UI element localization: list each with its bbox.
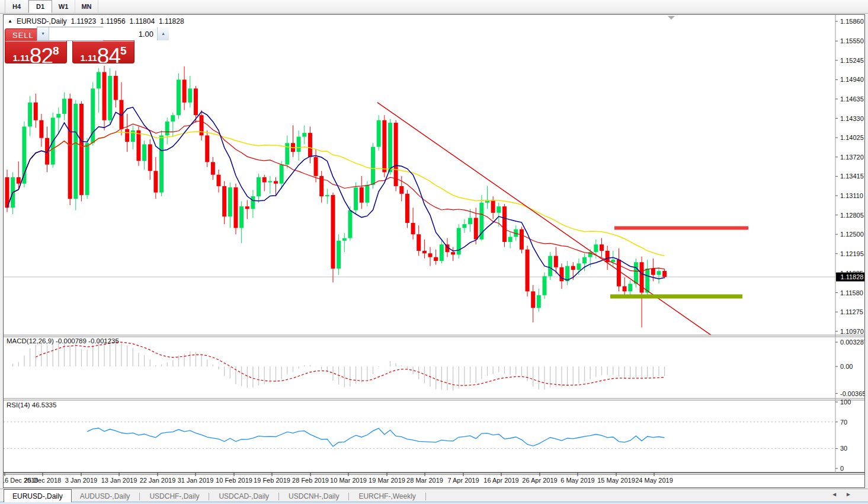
date-axis-label: 28 Mar 2019 <box>406 477 443 484</box>
date-axis-label: 19 Feb 2019 <box>254 477 290 484</box>
price-axis-label: 1.12805 <box>840 212 864 219</box>
sell-price: 1.11828 <box>5 42 66 63</box>
volume-increment-button[interactable]: ▲ <box>158 27 169 40</box>
tab-divider <box>278 493 279 500</box>
sell-price-sup: 8 <box>53 45 59 56</box>
price-axis-label: 1.13720 <box>840 154 864 161</box>
status-strip <box>0 502 868 504</box>
chart-tab-bar: EURUSD-,Daily AUDUSD-,Daily USDCHF-,Dail… <box>0 489 868 502</box>
tab-divider <box>209 493 209 500</box>
tab-divider <box>348 493 349 500</box>
volume-decrement-button[interactable]: ▼ <box>37 27 49 40</box>
ohlc-low: 1.11804 <box>130 17 155 25</box>
date-axis-label: 24 May 2019 <box>635 477 673 484</box>
macd-axis-label: 0.00 <box>840 363 853 370</box>
tab-eurchf-weekly[interactable]: EURCHF-,Weekly <box>350 490 424 502</box>
sell-price-prefix: 1.11 <box>12 53 29 62</box>
volume-input[interactable] <box>49 27 158 40</box>
timeframe-button-h4[interactable]: H4 <box>5 0 28 13</box>
price-axis-label: 1.14330 <box>840 115 864 122</box>
rsi-label: RSI(14) 46.5335 <box>7 401 56 409</box>
macd-label: MACD(12,26,9) -0.000789 -0.001235 <box>7 337 119 344</box>
chart-title-bar: ▲ EURUSD-,Daily 1.11923 1.11956 1.11804 … <box>8 17 184 25</box>
chart-background <box>4 15 864 487</box>
macd-axis-label: -0.003659 <box>840 390 864 397</box>
date-axis-label: 7 Apr 2019 <box>447 477 479 484</box>
price-axis-label: 1.12500 <box>840 231 864 238</box>
date-axis-label: 22 Jan 2019 <box>140 477 176 484</box>
price-axis-label: 1.14025 <box>840 134 864 141</box>
support-level-line[interactable] <box>610 294 742 298</box>
current-price-tag-text: 1.11828 <box>841 273 864 280</box>
price-axis-label: 1.15245 <box>840 57 864 64</box>
ohlc-open: 1.11923 <box>71 17 97 25</box>
timeframe-button-w1[interactable]: W1 <box>52 0 75 13</box>
timeframe-toolbar: H4 D1 W1 MN <box>0 0 868 14</box>
tab-audusd-daily[interactable]: AUDUSD-,Daily <box>72 490 139 502</box>
buy-price-sup: 5 <box>120 45 127 56</box>
date-axis-label: 6 May 2019 <box>560 477 594 484</box>
resistance-level-line[interactable] <box>614 226 748 229</box>
date-axis-label: 16 Apr 2019 <box>483 477 518 484</box>
collapse-triangle-icon[interactable]: ▲ <box>8 19 12 24</box>
buy-price: 1.11845 <box>73 42 134 63</box>
macd-axis-label: 0.003287 <box>840 339 864 346</box>
date-axis-label: 13 Jan 2019 <box>101 477 137 484</box>
tab-eurusd-daily[interactable]: EURUSD-,Daily <box>4 489 72 502</box>
date-axis-label: 3 Jan 2019 <box>65 477 97 484</box>
date-axis-label: 19 Mar 2019 <box>369 477 405 484</box>
tab-divider <box>139 493 140 500</box>
one-click-trade-panel: SELL 1.11828 BUY 1.11845 ▼ ▲ <box>5 27 134 63</box>
date-axis-label: 26 Apr 2019 <box>522 477 557 484</box>
price-axis-label: 1.15550 <box>840 37 864 44</box>
volume-stepper: ▼ ▲ <box>37 27 103 41</box>
spinner-down-icon: ▼ <box>41 31 45 36</box>
date-axis-label: 10 Mar 2019 <box>330 477 367 484</box>
price-axis-label: 1.14635 <box>840 95 864 103</box>
price-axis-label: 1.12195 <box>840 250 864 257</box>
rsi-axis-label: 100 <box>840 398 851 406</box>
toolbar-spacer <box>0 0 5 13</box>
price-axis-label: 1.14940 <box>840 76 864 83</box>
timeframe-button-mn[interactable]: MN <box>75 0 98 13</box>
rsi-axis-label: 30 <box>840 445 847 452</box>
date-axis-label: 31 Jan 2019 <box>178 477 214 484</box>
date-axis-label: 15 May 2019 <box>597 477 635 484</box>
ohlc-high: 1.11956 <box>100 17 126 25</box>
price-axis-label: 1.13110 <box>840 192 863 199</box>
tab-scroll-buttons: ◄ ► <box>831 491 851 497</box>
tab-divider <box>425 493 426 500</box>
buy-price-prefix: 1.11 <box>80 53 97 62</box>
buy-price-big: 84 <box>97 47 120 63</box>
tab-usdchf-daily[interactable]: USDCHF-,Daily <box>141 490 207 502</box>
sell-price-big: 82 <box>30 47 53 63</box>
price-axis-label: 1.11275 <box>840 308 863 315</box>
spinner-up-icon: ▲ <box>161 31 165 36</box>
price-axis-label: 1.11580 <box>840 289 863 296</box>
price-axis-label: 1.15860 <box>840 18 864 25</box>
date-axis-label: 28 Feb 2019 <box>292 477 329 484</box>
price-axis-label: 1.10970 <box>840 328 864 335</box>
tab-scroll-left-icon[interactable]: ◄ <box>831 491 837 497</box>
date-axis-label: 25 Dec 2018 <box>24 477 61 484</box>
date-axis-label: 10 Feb 2019 <box>216 477 252 484</box>
timeframe-button-d1[interactable]: D1 <box>28 0 52 13</box>
tab-usdcad-daily[interactable]: USDCAD-,Daily <box>210 490 277 502</box>
chart-shift-icon[interactable] <box>668 16 675 20</box>
chart-symbol-label: EURUSD-,Daily <box>17 17 67 25</box>
tab-scroll-right-icon[interactable]: ► <box>845 491 851 497</box>
ohlc-close: 1.11828 <box>159 17 184 25</box>
chart-canvas[interactable]: 1.158601.155501.152451.149401.146351.143… <box>4 15 864 487</box>
price-axis-label: 1.13415 <box>840 173 864 180</box>
tab-usdcnh-daily[interactable]: USDCNH-,Daily <box>280 490 347 502</box>
rsi-axis-label: 70 <box>840 419 847 426</box>
rsi-axis-label: 0 <box>840 465 844 472</box>
